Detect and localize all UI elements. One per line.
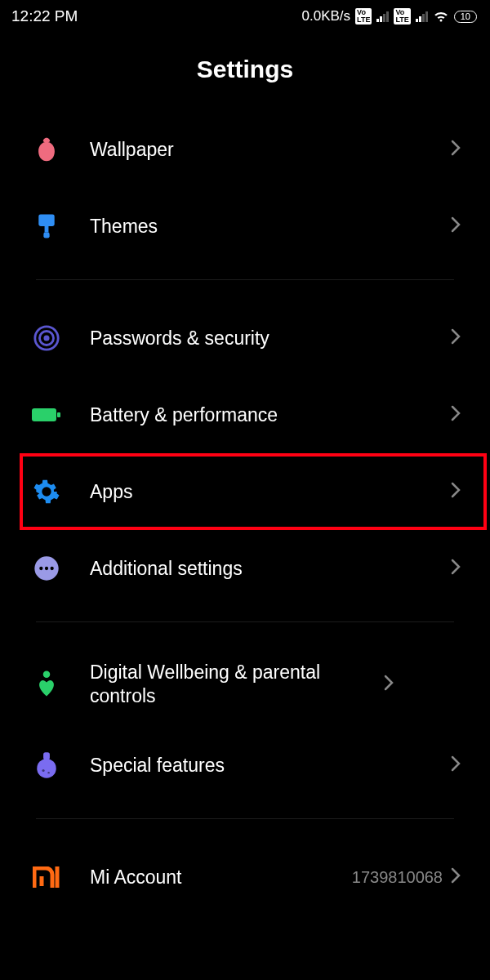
settings-item-additional[interactable]: Additional settings	[0, 530, 490, 607]
flask-icon	[31, 750, 62, 781]
settings-item-label: Apps	[90, 480, 451, 504]
status-time: 12:22 PM	[11, 7, 78, 25]
flower-icon	[31, 134, 62, 165]
brush-icon	[31, 211, 62, 242]
chevron-right-icon	[384, 675, 394, 695]
status-bar: 12:22 PM 0.0KB/s VoLTE VoLTE 10	[0, 0, 490, 33]
battery-indicator: 10	[454, 11, 477, 23]
svg-point-12	[43, 671, 51, 679]
chevron-right-icon	[451, 216, 461, 237]
heart-icon	[31, 669, 62, 700]
chevron-right-icon	[451, 867, 461, 888]
svg-point-5	[43, 335, 49, 341]
divider	[36, 279, 454, 280]
settings-item-label: Special features	[90, 754, 451, 777]
dots-icon	[31, 553, 62, 584]
svg-point-9	[39, 567, 42, 570]
chevron-right-icon	[451, 559, 461, 579]
chevron-right-icon	[451, 140, 461, 160]
settings-item-battery[interactable]: Battery & performance	[0, 376, 490, 453]
divider	[36, 818, 454, 819]
settings-item-miaccount[interactable]: Mi Account 1739810068	[0, 839, 490, 915]
svg-point-11	[51, 567, 54, 570]
svg-rect-7	[57, 412, 60, 417]
settings-item-passwords[interactable]: Passwords & security	[0, 300, 490, 376]
settings-item-apps[interactable]: Apps	[0, 453, 490, 530]
page-title: Settings	[0, 33, 490, 111]
settings-item-label: Themes	[90, 215, 451, 238]
volte-badge-2: VoLTE	[394, 8, 410, 24]
chevron-right-icon	[451, 405, 461, 425]
svg-point-14	[37, 759, 56, 778]
settings-item-label: Digital Wellbeing & parental controls	[90, 661, 384, 708]
volte-badge-1: VoLTE	[355, 8, 372, 24]
svg-rect-0	[38, 214, 54, 226]
svg-point-15	[42, 769, 45, 772]
settings-item-label: Passwords & security	[90, 327, 451, 350]
svg-point-16	[47, 772, 49, 773]
settings-item-label: Mi Account	[90, 866, 352, 889]
chevron-right-icon	[451, 482, 461, 502]
wifi-icon	[433, 10, 449, 23]
svg-rect-13	[43, 752, 50, 760]
chevron-right-icon	[451, 755, 461, 776]
settings-item-label: Battery & performance	[90, 403, 451, 427]
svg-rect-2	[43, 232, 49, 238]
status-right: 0.0KB/s VoLTE VoLTE 10	[302, 8, 477, 24]
signal-bars-1	[376, 11, 389, 22]
settings-item-special[interactable]: Special features	[0, 727, 490, 804]
settings-list: Wallpaper Themes Passwords & security Ba…	[0, 111, 490, 915]
settings-item-wallpaper[interactable]: Wallpaper	[0, 111, 490, 188]
settings-item-value: 1739810068	[352, 868, 443, 887]
fingerprint-icon	[31, 323, 62, 354]
settings-item-label: Additional settings	[90, 557, 451, 581]
battery-icon	[31, 399, 62, 430]
settings-item-label: Wallpaper	[90, 138, 451, 162]
divider	[36, 621, 454, 622]
settings-item-wellbeing[interactable]: Digital Wellbeing & parental controls	[0, 642, 490, 727]
signal-bars-2	[416, 11, 428, 22]
mi-icon	[31, 862, 62, 893]
svg-rect-6	[32, 408, 56, 421]
settings-item-themes[interactable]: Themes	[0, 188, 490, 265]
net-speed: 0.0KB/s	[302, 8, 351, 24]
svg-point-10	[45, 567, 48, 570]
gear-icon	[31, 476, 62, 507]
chevron-right-icon	[451, 328, 461, 349]
svg-rect-1	[45, 226, 49, 232]
